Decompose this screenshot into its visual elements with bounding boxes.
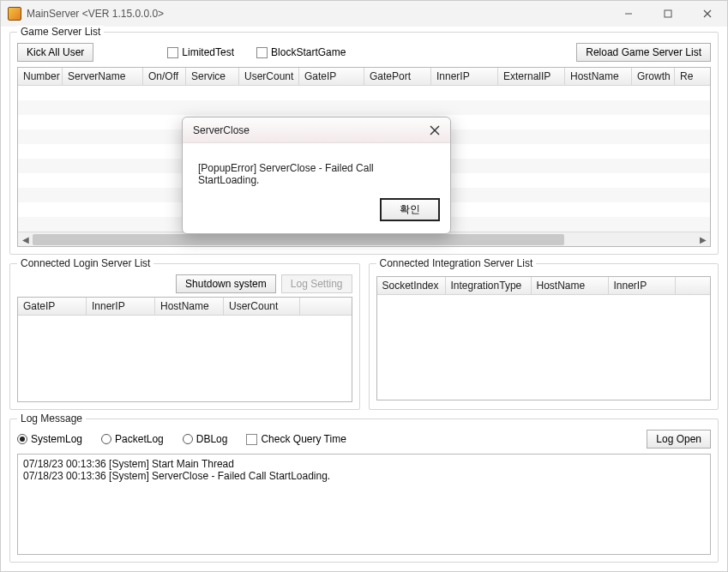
close-icon [430, 125, 440, 135]
dialog-overlay: ServerClose [PopupError] ServerClose - F… [0, 0, 728, 572]
dialog-titlebar: ServerClose [183, 117, 450, 143]
serverclose-dialog: ServerClose [PopupError] ServerClose - F… [182, 117, 451, 234]
dialog-message: [PopupError] ServerClose - Failed Call S… [183, 143, 450, 198]
dialog-close-button[interactable] [423, 121, 447, 140]
dialog-title: ServerClose [193, 124, 423, 136]
dialog-ok-button[interactable]: 확인 [380, 198, 440, 221]
